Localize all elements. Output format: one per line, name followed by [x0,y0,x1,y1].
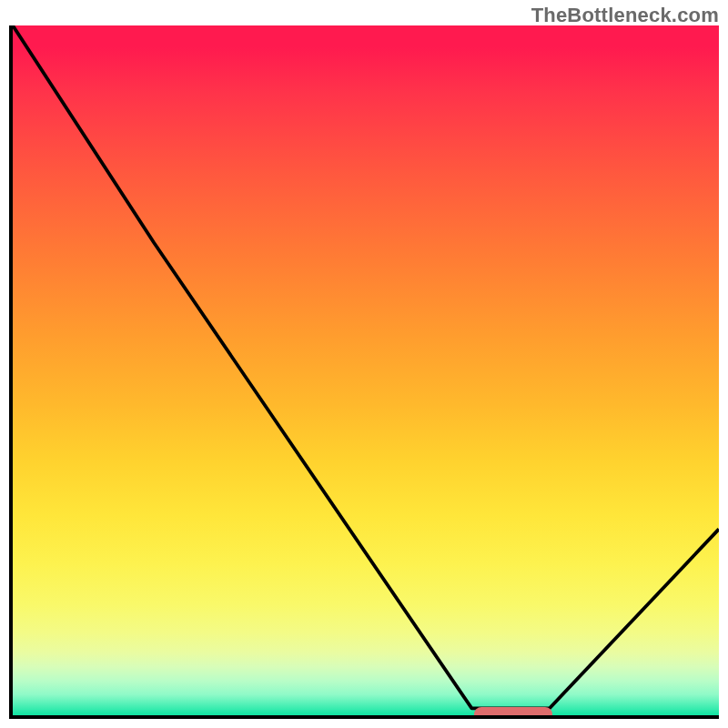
plot-area [9,25,719,719]
chart-container: TheBottleneck.com [0,0,728,728]
gradient-background [13,25,719,715]
watermark-label: TheBottleneck.com [531,4,719,27]
